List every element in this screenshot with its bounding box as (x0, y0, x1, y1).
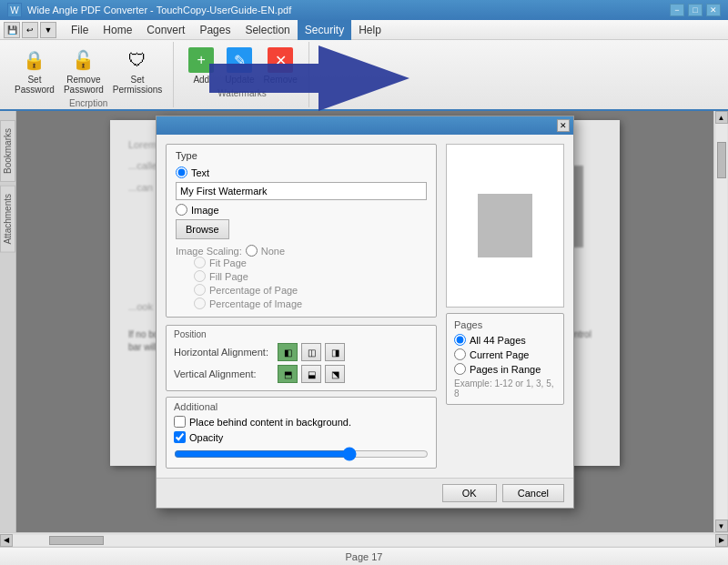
pages-example: Example: 1-12 or 1, 3, 5, 8 (454, 378, 556, 399)
quick-access-toolbar: 💾 ↩ ▼ (4, 22, 56, 38)
set-password-btn[interactable]: 🔒 SetPassword (11, 44, 58, 96)
watermark-update-btn[interactable]: ✎ Update (221, 44, 258, 86)
fit-page-label: Fit Page (209, 257, 247, 268)
minimize-btn[interactable]: − (670, 4, 684, 16)
scroll-track-h[interactable] (13, 535, 715, 546)
main-area: Bookmarks Attachments Lorem ipsum dolor … (0, 111, 728, 532)
position-section-title: Position (174, 329, 429, 339)
text-input[interactable] (176, 182, 427, 200)
remove-password-label: RemovePassword (64, 75, 104, 95)
scroll-right-btn[interactable]: ▶ (715, 534, 728, 547)
menu-convert[interactable]: Convert (139, 20, 192, 40)
watermark-add-btn[interactable]: + Add (183, 44, 219, 86)
scroll-thumb[interactable] (717, 142, 726, 178)
opacity-slider[interactable] (174, 447, 429, 461)
scroll-left-btn[interactable]: ◀ (0, 534, 13, 547)
image-radio-row: Image (176, 204, 427, 216)
h-align-right-btn[interactable]: ◨ (325, 343, 345, 361)
v-align-top-btn[interactable]: ⬒ (278, 365, 298, 383)
pages-in-range-radio[interactable] (454, 363, 466, 375)
dialog-close-btn[interactable]: ✕ (557, 119, 570, 132)
menu-security[interactable]: Security (298, 20, 351, 40)
preview-image (478, 194, 532, 257)
page-indicator: Page 17 (346, 551, 383, 562)
h-align-center-btn[interactable]: ◫ (301, 343, 321, 361)
watermark-update-label: Update (225, 75, 254, 85)
status-bar: Page 17 (0, 547, 728, 565)
vertical-alignment-row: Vertical Alignment: ⬒ ⬓ ⬔ (174, 365, 429, 383)
window-controls: − □ ✕ (670, 4, 721, 16)
dialog-right-column: Pages All 44 Pages Current Page (446, 144, 564, 469)
current-page-label: Current Page (470, 349, 529, 360)
all-pages-radio[interactable] (454, 334, 466, 346)
place-behind-checkbox[interactable] (174, 416, 186, 428)
qa-save-btn[interactable]: 💾 (4, 22, 20, 38)
v-align-middle-btn[interactable]: ⬓ (301, 365, 321, 383)
scroll-up-btn[interactable]: ▲ (715, 111, 728, 124)
place-behind-label: Place behind content in background. (189, 417, 351, 428)
pct-image-radio[interactable] (194, 298, 206, 309)
fit-page-radio[interactable] (194, 257, 206, 268)
ok-button[interactable]: OK (442, 484, 497, 502)
image-scaling-label: Image Scaling: None (176, 245, 427, 257)
pages-section-title: Pages (454, 319, 556, 330)
qa-undo-btn[interactable]: ↩ (22, 22, 38, 38)
qa-dropdown-btn[interactable]: ▼ (40, 22, 56, 38)
fill-page-label: Fill Page (209, 271, 248, 282)
browse-button[interactable]: Browse (176, 219, 229, 239)
sidebar-bookmarks-tab[interactable]: Bookmarks (0, 120, 15, 182)
add-watermark-icon: + (187, 45, 216, 75)
pct-page-label: Percentage of Page (209, 285, 298, 296)
v-align-bottom-btn[interactable]: ⬔ (325, 365, 345, 383)
image-radio-label: Image (191, 205, 219, 216)
fill-page-row: Fill Page (194, 270, 427, 282)
dialog-body: Type Text Image Browse (157, 135, 573, 478)
current-page-radio[interactable] (454, 348, 466, 360)
fit-page-row: Fit Page (194, 257, 427, 268)
menu-home[interactable]: Home (96, 20, 139, 40)
additional-section: Additional Place behind content in backg… (166, 397, 437, 469)
menu-help[interactable]: Help (351, 20, 389, 40)
pct-page-radio[interactable] (194, 284, 206, 296)
menu-selection[interactable]: Selection (238, 20, 297, 40)
none-radio[interactable] (246, 245, 258, 257)
bottom-scrollbar: ◀ ▶ (0, 532, 728, 547)
image-radio[interactable] (176, 204, 187, 216)
lock-icon: 🔒 (20, 45, 49, 75)
h-align-left-btn[interactable]: ◧ (278, 343, 298, 361)
opacity-checkbox[interactable] (174, 431, 186, 443)
vertical-alignment-label: Vertical Alignment: (174, 368, 274, 379)
opacity-row: Opacity (174, 431, 429, 443)
watermark-remove-btn[interactable]: ✕ Remove (260, 44, 301, 86)
remove-password-btn[interactable]: 🔓 RemovePassword (60, 44, 107, 96)
shield-icon: 🛡 (123, 45, 152, 75)
fill-page-radio[interactable] (194, 270, 206, 282)
left-sidebar: Bookmarks Attachments (0, 111, 16, 532)
maximize-btn[interactable]: □ (688, 4, 703, 16)
scroll-thumb-h[interactable] (49, 536, 104, 545)
menu-pages[interactable]: Pages (192, 20, 238, 40)
set-permissions-label: SetPermissions (113, 75, 162, 95)
horizontal-alignment-row: Horizontal Alignment: ◧ ◫ ◨ (174, 343, 429, 361)
horizontal-alignment-label: Horizontal Alignment: (174, 347, 274, 358)
text-radio[interactable] (176, 166, 187, 178)
update-watermark-icon: ✎ (225, 45, 254, 75)
right-scrollbar: ▲ ▼ (713, 111, 728, 532)
current-page-row: Current Page (454, 348, 556, 360)
dialog-left-column: Type Text Image Browse (166, 144, 437, 469)
sidebar-attachments-tab[interactable]: Attachments (0, 186, 15, 253)
dialog-overlay: ✕ Type Text (16, 111, 713, 532)
set-permissions-btn[interactable]: 🛡 SetPermissions (109, 44, 166, 96)
text-radio-label: Text (191, 167, 209, 178)
title-text: Wide Angle PDF Converter - TouchCopy-Use… (27, 5, 291, 15)
watermark-add-label: Add (193, 75, 209, 85)
scroll-track[interactable] (716, 124, 727, 520)
dialog-columns: Type Text Image Browse (166, 144, 564, 469)
pages-in-range-row: Pages in Range (454, 363, 556, 375)
scroll-down-btn[interactable]: ▼ (715, 520, 728, 532)
watermark-remove-label: Remove (264, 75, 298, 85)
cancel-button[interactable]: Cancel (502, 484, 564, 502)
close-btn[interactable]: ✕ (706, 4, 721, 16)
image-scaling-container: Image Scaling: None Fit Page (176, 245, 427, 309)
menu-file[interactable]: File (64, 20, 96, 40)
